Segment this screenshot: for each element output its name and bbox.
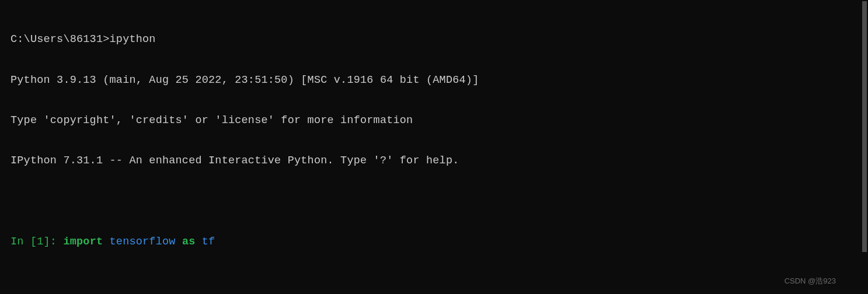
prompt-command: ipython — [110, 33, 156, 46]
alias-tf: tf — [202, 236, 215, 248]
scrollbar-thumb[interactable] — [862, 1, 867, 252]
space — [176, 236, 182, 248]
banner-line-2: IPython 7.31.1 -- An enhanced Interactiv… — [11, 154, 848, 167]
space — [196, 236, 202, 248]
kw-as: as — [182, 236, 196, 248]
banner-line-1: Type 'copyright', 'credits' or 'license'… — [11, 114, 848, 127]
terminal-viewport[interactable]: C:\Users\86131>ipython Python 3.9.13 (ma… — [0, 0, 848, 288]
vertical-scrollbar[interactable] — [860, 0, 868, 294]
in-1-line: In [1]: import tensorflow as tf — [11, 235, 848, 249]
shell-prompt-line: C:\Users\86131>ipython — [11, 33, 848, 46]
blank-line — [11, 276, 848, 289]
banner-line-0: Python 3.9.13 (main, Aug 25 2022, 23:51:… — [11, 74, 848, 87]
blank-line — [11, 195, 848, 208]
watermark-text: CSDN @浩923 — [785, 276, 836, 286]
prompt-path: C:\Users\86131> — [11, 33, 110, 46]
kw-import: import — [63, 236, 103, 248]
in-1-label: In [1]: — [11, 236, 63, 248]
space — [103, 236, 109, 248]
module-tensorflow: tensorflow — [110, 236, 176, 248]
